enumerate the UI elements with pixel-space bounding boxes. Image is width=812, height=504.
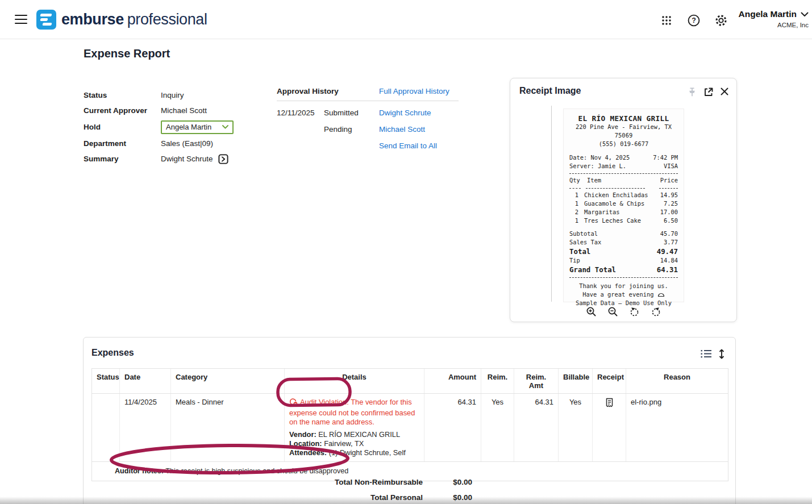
brand-word-primary: emburse xyxy=(61,11,124,28)
receipt-line-item: 2 Margaritas 17.00 xyxy=(569,208,678,216)
receipt-col-qty: Qty xyxy=(569,176,582,185)
full-approval-history-link[interactable]: Full Approval History xyxy=(379,87,449,99)
total-personal-row: Total Personal $0.00 xyxy=(84,490,721,504)
attendees-value: (1) Dwight Schrute, Self xyxy=(329,448,406,457)
receipt-phone: (555) 019-6677 xyxy=(569,140,678,148)
company-name: ACME, Inc xyxy=(706,22,809,28)
receipt-icon[interactable] xyxy=(605,398,614,409)
brand-wordmark: emburseprofessional xyxy=(61,11,207,28)
receipt-image-panel: Receipt Image EL RÍO MEXICAN GRILL 220 P… xyxy=(510,78,737,322)
user-menu-button[interactable]: Angela Martin xyxy=(739,9,809,19)
send-email-to-all-link[interactable]: Send Email to All xyxy=(379,141,437,158)
cell-status xyxy=(92,394,120,461)
approval-status xyxy=(324,141,379,158)
col-billable: Billable xyxy=(559,369,593,393)
receipt-viewer-edge xyxy=(551,106,552,302)
hold-select[interactable]: Angela Martin xyxy=(161,120,234,134)
summary-label: Summary xyxy=(84,155,161,163)
approval-status: Submitted xyxy=(324,109,379,125)
receipt-image: EL RÍO MEXICAN GRILL 220 Pine Ave - Fair… xyxy=(563,109,684,302)
department-label: Department xyxy=(84,139,161,148)
brand-word-secondary: professional xyxy=(127,11,207,28)
user-menu: Angela Martin ACME, Inc xyxy=(706,9,809,28)
receipt-footer-line: Have a great evening xyxy=(569,290,678,299)
apps-grid-icon[interactable] xyxy=(660,14,673,27)
approval-history-panel: Approval History Full Approval History 1… xyxy=(277,87,464,158)
topbar: emburseprofessional ? xyxy=(0,0,812,39)
pin-icon[interactable] xyxy=(687,87,698,98)
expense-totals: Total Non-Reimbursable $0.00 Total Perso… xyxy=(84,474,721,504)
chevron-down-icon xyxy=(801,12,809,17)
list-view-icon[interactable] xyxy=(701,349,713,359)
col-details: Details xyxy=(285,369,424,393)
cell-billable: Yes xyxy=(559,394,593,461)
status-value: Inquiry xyxy=(161,91,184,99)
summary-value: Dwight Schrute xyxy=(161,155,213,163)
total-non-reimbursable-row: Total Non-Reimbursable $0.00 xyxy=(84,474,721,490)
receipt-col-price: Price xyxy=(660,176,678,185)
report-summary-panel: Status Inquiry Current Approver Michael … xyxy=(84,88,271,166)
close-icon[interactable] xyxy=(719,86,731,98)
receipt-tax: Sales Tax3.77 xyxy=(569,238,678,247)
summary-open-icon[interactable] xyxy=(218,154,228,164)
expenses-table-header: Status Date Category Details Amount Reim… xyxy=(92,369,728,394)
department-row: Department Sales (East|09) xyxy=(84,136,271,151)
col-category: Category xyxy=(171,369,285,393)
cell-amount: 64.31 xyxy=(424,394,481,461)
approver-link[interactable]: Dwight Schrute xyxy=(379,109,431,125)
approval-date xyxy=(277,141,324,158)
expenses-title: Expenses xyxy=(91,348,134,358)
help-icon[interactable]: ? xyxy=(687,14,701,27)
col-receipt: Receipt xyxy=(593,369,626,393)
zoom-in-icon[interactable] xyxy=(586,306,597,317)
receipt-line-item: 1 Chicken Enchiladas 14.95 xyxy=(569,191,678,199)
receipt-time: 7:42 PM xyxy=(653,153,678,162)
resize-vertical-icon[interactable] xyxy=(718,349,725,359)
receipt-divider xyxy=(569,277,678,278)
approver-link[interactable]: Michael Scott xyxy=(379,125,425,141)
expense-detail-lines: Vendor: EL RÍO MEXICAN GRILL Location: F… xyxy=(289,430,419,457)
auditor-notes-label: Auditor notes: xyxy=(115,467,164,475)
approval-history-title: Approval History xyxy=(277,87,379,99)
cell-date: 11/4/2025 xyxy=(120,394,171,461)
emburse-logo-icon xyxy=(36,10,56,30)
zoom-out-icon[interactable] xyxy=(607,306,618,317)
hold-selected-value: Angela Martin xyxy=(166,123,211,131)
cell-receipt xyxy=(593,394,626,461)
current-approver-label: Current Approver xyxy=(84,106,161,115)
receipt-payment: VISA xyxy=(664,162,678,170)
open-external-icon[interactable] xyxy=(703,86,714,98)
audit-violation-label: Audit Violation: xyxy=(300,398,349,406)
cell-details: Audit Violation: The vendor for this exp… xyxy=(285,394,424,461)
rotate-ccw-icon[interactable] xyxy=(629,306,640,317)
auditor-notes-text: This receipt is high suspicious and shou… xyxy=(165,467,348,475)
receipt-divider xyxy=(569,173,678,174)
receipt-subtotal: Subtotal45.70 xyxy=(569,230,678,238)
taco-icon xyxy=(657,292,665,297)
col-reim-amt: Reim. Amt xyxy=(514,369,559,393)
receipt-server: Server: Jamie L. xyxy=(569,162,626,170)
vendor-value: EL RÍO MEXICAN GRILL xyxy=(318,430,400,439)
audit-violation-icon xyxy=(289,398,298,409)
current-approver-row: Current Approver Michael Scott xyxy=(84,103,271,118)
approval-row: Send Email to All xyxy=(277,141,464,158)
menu-icon[interactable] xyxy=(15,15,27,24)
approval-row: 12/11/2025 Submitted Dwight Schrute xyxy=(277,109,464,125)
expense-row[interactable]: 11/4/2025 Meals - Dinner Audit Violation… xyxy=(92,394,728,462)
approval-status: Pending xyxy=(324,125,379,141)
receipt-column-underlines xyxy=(569,185,678,189)
col-amount: Amount xyxy=(424,369,481,393)
cell-reason: el-rio.png xyxy=(626,394,728,461)
receipt-merchant: EL RÍO MEXICAN GRILL xyxy=(569,114,678,123)
hold-label: Hold xyxy=(84,123,161,131)
svg-text:?: ? xyxy=(692,16,696,24)
receipt-tip: Tip14.84 xyxy=(569,256,678,265)
total-value: $0.00 xyxy=(423,493,472,502)
summary-row: Summary Dwight Schrute xyxy=(84,151,271,166)
hold-row: Hold Angela Martin xyxy=(84,118,271,136)
location-value: Fairview, TX xyxy=(324,439,364,448)
receipt-date: Date: Nov 4, 2025 xyxy=(569,153,630,162)
rotate-cw-icon[interactable] xyxy=(651,306,661,317)
receipt-footer-line: Thank you for joining us. xyxy=(569,282,678,290)
expenses-card: Expenses Status Date Category xyxy=(83,337,736,504)
